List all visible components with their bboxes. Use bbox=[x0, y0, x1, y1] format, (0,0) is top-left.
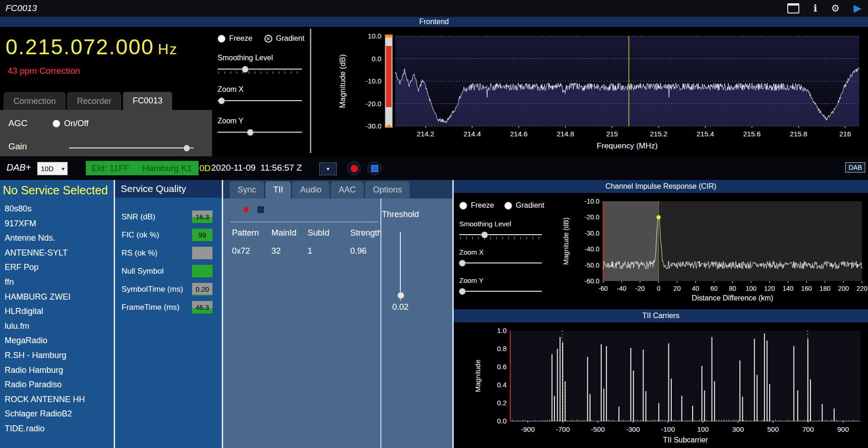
table-cell: 0.96 bbox=[350, 246, 392, 256]
smoothing-slider[interactable] bbox=[218, 65, 302, 73]
svg-text:Magnitude (dB): Magnitude (dB) bbox=[338, 54, 347, 108]
app-window: FC0013 ℹ ⚙ ▶ Frontend 0.215.072.000Hz 43… bbox=[0, 0, 868, 448]
quality-row: SymbolTime (ms)0.20 bbox=[115, 280, 222, 298]
frequency-unit: Hz bbox=[158, 41, 178, 58]
svg-text:-60: -60 bbox=[598, 285, 608, 292]
slider-handle[interactable] bbox=[247, 129, 254, 136]
tab-tii[interactable]: TII bbox=[265, 181, 291, 198]
gradient-radio[interactable]: ✕ Gradient bbox=[264, 34, 304, 43]
zoom-x-slider[interactable] bbox=[459, 259, 542, 267]
frontend-header: Frontend bbox=[0, 17, 868, 27]
quality-label: FrameTime (ms) bbox=[122, 303, 180, 312]
service-item[interactable]: Antenne Nds. bbox=[0, 231, 114, 246]
sync-indicator-icon bbox=[244, 207, 249, 212]
service-item[interactable]: 917XFM bbox=[0, 217, 114, 231]
tab-sync[interactable]: Sync bbox=[230, 181, 264, 198]
service-item[interactable]: ffn bbox=[0, 275, 114, 290]
svg-text:200: 200 bbox=[838, 285, 849, 292]
service-item[interactable]: HLRdigital bbox=[0, 304, 114, 319]
tab-recorder[interactable]: Recorder bbox=[67, 92, 121, 110]
svg-text:300: 300 bbox=[732, 425, 744, 433]
slider-handle[interactable] bbox=[459, 288, 466, 295]
gear-icon[interactable]: ⚙ bbox=[831, 0, 840, 17]
output-mode-badge: DAB bbox=[845, 162, 865, 173]
device-dropdown[interactable]: ▾ bbox=[319, 162, 337, 175]
ensemble-display: EId: 11FF Hamburg K1 0D bbox=[86, 161, 211, 175]
zoom-x-slider[interactable] bbox=[218, 96, 302, 105]
frequency-value: 0.215.072.000 bbox=[6, 35, 154, 59]
quality-value-box: 99 bbox=[192, 229, 212, 241]
radio-icon bbox=[52, 120, 60, 128]
channel-select[interactable]: 10D ▾ bbox=[37, 162, 68, 175]
freeze-radio[interactable]: Freeze bbox=[459, 201, 494, 210]
agc-row: AGC On/Off bbox=[0, 114, 212, 133]
service-item[interactable]: lulu.fm bbox=[0, 319, 114, 334]
stop-button[interactable] bbox=[367, 161, 381, 175]
tii-table-head: PatternMainIdSubIdStrength bbox=[223, 228, 392, 238]
cir-plot: -10.0-20.0-30.0-40.0-50.0-60.0-60-40-200… bbox=[559, 193, 868, 309]
smoothing-slider[interactable] bbox=[459, 230, 542, 239]
svg-text:-30.0: -30.0 bbox=[366, 122, 381, 130]
tab-fc0013[interactable]: FC0013 bbox=[123, 92, 172, 110]
tab-options[interactable]: Options bbox=[365, 181, 410, 198]
service-item[interactable]: MegaRadio bbox=[0, 333, 114, 348]
smoothing-label: Smoothing Level bbox=[218, 54, 310, 62]
tii-tab-panel: SyncTIIAudioAACOptions PatternMainIdSubI… bbox=[223, 180, 452, 448]
zoom-y-slider[interactable] bbox=[218, 128, 302, 136]
info-icon[interactable]: ℹ bbox=[813, 0, 817, 17]
play-icon[interactable]: ▶ bbox=[854, 0, 862, 17]
tii-carriers-header: TII Carriers bbox=[454, 309, 868, 322]
slider-handle[interactable] bbox=[459, 260, 466, 267]
record-button[interactable] bbox=[347, 161, 361, 175]
service-item[interactable]: ROCK ANTENNE HH bbox=[0, 392, 114, 407]
slider-handle[interactable] bbox=[183, 145, 190, 152]
service-item[interactable]: Radio Paradiso bbox=[0, 378, 114, 392]
tab-audio[interactable]: Audio bbox=[292, 181, 329, 198]
svg-text:215: 215 bbox=[606, 130, 618, 138]
svg-text:215.6: 215.6 bbox=[743, 130, 761, 138]
tab-aac[interactable]: AAC bbox=[331, 181, 364, 198]
gradient-radio[interactable]: Gradient bbox=[504, 201, 544, 210]
spectrum-controls: Freeze ✕ Gradient Smoothing Level Zoom X… bbox=[212, 27, 310, 156]
agc-toggle[interactable]: On/Off bbox=[52, 119, 89, 128]
cir-panel: Channel Impulse Response (CIR) Freeze Gr… bbox=[454, 180, 868, 309]
slider-handle[interactable] bbox=[218, 97, 225, 104]
stop-icon bbox=[371, 165, 378, 172]
slider-handle[interactable] bbox=[481, 231, 488, 238]
radio-icon bbox=[459, 202, 467, 210]
dab-bar: DAB+ 10D ▾ EId: 11FF Hamburg K1 0D 2020-… bbox=[0, 156, 868, 180]
service-item[interactable]: Radio Hamburg bbox=[0, 363, 114, 378]
zoom-y-slider[interactable] bbox=[459, 287, 542, 295]
slider-handle[interactable] bbox=[397, 292, 405, 299]
svg-text:100: 100 bbox=[746, 285, 757, 292]
service-item[interactable]: ANTENNE-SYLT bbox=[0, 246, 114, 261]
svg-text:Distance Difference (km): Distance Difference (km) bbox=[692, 294, 773, 302]
slider-handle[interactable] bbox=[242, 66, 249, 73]
service-item[interactable]: 80s80s bbox=[0, 202, 114, 217]
svg-text:214.4: 214.4 bbox=[463, 130, 481, 138]
threshold-slider[interactable] bbox=[397, 232, 404, 301]
gain-slider[interactable] bbox=[69, 144, 193, 152]
service-item[interactable]: Schlager RadioB2 bbox=[0, 407, 114, 422]
tii-plot: 0.00.20.40.60.81.0-900-700-500-300-10010… bbox=[454, 322, 868, 448]
tab-connection[interactable]: Connection bbox=[4, 92, 65, 110]
freeze-radio[interactable]: Freeze bbox=[218, 34, 252, 43]
service-item[interactable]: ERF Pop bbox=[0, 260, 114, 275]
quality-value-box: 0.20 bbox=[192, 283, 212, 295]
frequency-display: 0.215.072.000Hz bbox=[6, 34, 212, 59]
service-item[interactable]: R.SH - Hamburg bbox=[0, 348, 114, 363]
service-item[interactable]: TIDE.radio bbox=[0, 422, 114, 436]
quality-value-box: 16.3 bbox=[192, 211, 212, 223]
zoom-y-label: Zoom Y bbox=[218, 117, 310, 125]
svg-text:215.4: 215.4 bbox=[697, 130, 714, 138]
ensemble-name: Hamburg K1 bbox=[142, 163, 192, 173]
splitter-handle[interactable] bbox=[310, 29, 311, 153]
svg-text:214.8: 214.8 bbox=[557, 130, 574, 138]
svg-text:Magnitude: Magnitude bbox=[474, 359, 482, 392]
freeze-label: Freeze bbox=[229, 34, 252, 43]
window-icon[interactable] bbox=[787, 3, 799, 13]
svg-text:-40.0: -40.0 bbox=[585, 245, 599, 253]
table-header-cell: MainId bbox=[271, 228, 308, 238]
service-item[interactable]: HAMBURG ZWEI bbox=[0, 290, 114, 305]
window-title: FC0013 bbox=[6, 3, 37, 13]
